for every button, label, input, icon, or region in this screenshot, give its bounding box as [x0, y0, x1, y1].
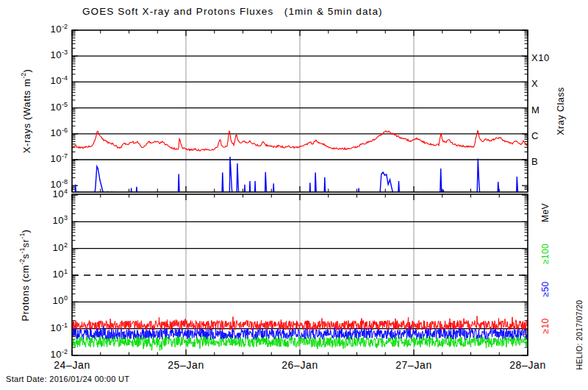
goes-flux-plot-page: GOES Soft X-ray and Protons Fluxes (1min… [0, 0, 588, 390]
ytick-label-proton: 104 [32, 188, 68, 199]
xtick-label: 24–Jan [39, 359, 105, 371]
ytick-label-proton: 100 [32, 295, 68, 306]
ytick-label-proton: 101 [32, 269, 68, 280]
ytick-label-proton: 10-1 [32, 322, 68, 333]
ytick-label-xray: 10-4 [32, 75, 68, 86]
xray-class-label-x: X [531, 78, 538, 89]
ytick-label-xray: 10-3 [32, 49, 68, 60]
mev-axis-title: MeV [540, 203, 551, 222]
ytick-label-proton: 10-2 [32, 349, 68, 360]
proton-threshold-label-ge100: ≥100 [540, 244, 551, 264]
proton-threshold-label-ge50: ≥50 [540, 281, 551, 297]
chart-title: GOES Soft X-ray and Protons Fluxes (1min… [82, 6, 383, 17]
xray-class-axis-title: Xray Class [556, 87, 566, 135]
xtick-label: 27–Jan [381, 359, 447, 371]
xtick-label: 26–Jan [267, 359, 333, 371]
xray-class-label-m: M [531, 104, 539, 116]
xray-axis-label: X-rays (Watts m-2) [21, 69, 32, 154]
xray-class-label-x10: X10 [531, 52, 550, 63]
ytick-label-proton: 102 [32, 242, 68, 253]
xray-class-label-c: C [531, 130, 539, 141]
xray-class-label-b: B [531, 156, 538, 167]
ytick-label-proton: 103 [32, 215, 68, 226]
proton-threshold-label-ge10: ≥10 [540, 318, 551, 333]
ytick-label-xray: 10-6 [32, 127, 68, 138]
xtick-label: 28–Jan [495, 359, 561, 371]
xtick-label: 25–Jan [153, 359, 219, 371]
proton-axis-label: Protons (cm-2s-1sr-1) [20, 230, 31, 322]
ytick-label-xray: 10-7 [32, 153, 68, 164]
flux-chart-canvas [0, 0, 588, 390]
helio-watermark: HELIO: 2017/07/20 [575, 300, 584, 370]
ytick-label-xray: 10-2 [32, 24, 68, 35]
start-date-text: Start Date: 2016/01/24 00:00 UT [6, 375, 129, 383]
ytick-label-xray: 10-5 [32, 102, 68, 113]
